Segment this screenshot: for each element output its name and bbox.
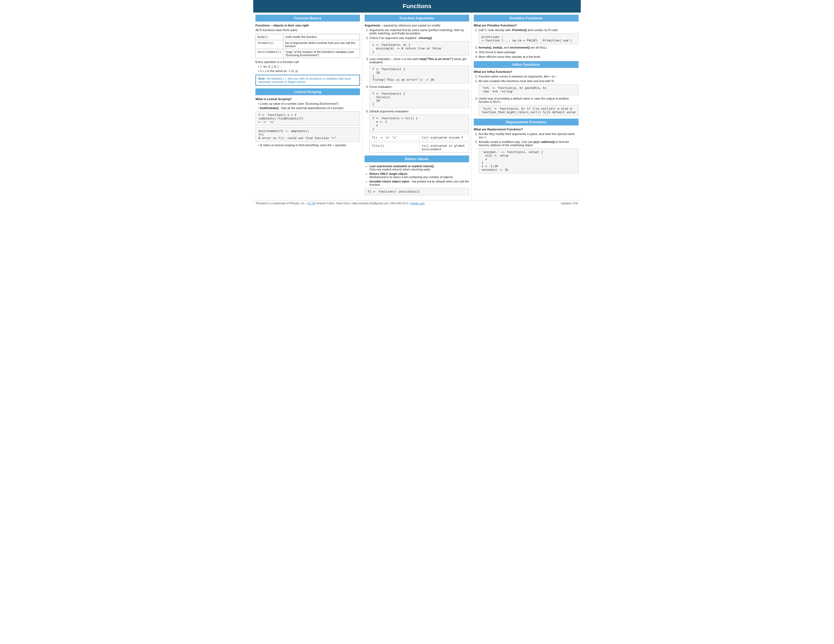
col-function-arguments: Function Arguments Arguments – passed by… bbox=[362, 13, 472, 200]
bullet-item: Looks up value of a symbol. (see "Enclos… bbox=[255, 102, 360, 105]
cc-by-link[interactable]: CC BY bbox=[307, 202, 316, 205]
list-item: Default arguments evaluation f <- functi… bbox=[370, 110, 469, 153]
influx-functions-section: Influx Functions What are Influx Functio… bbox=[474, 61, 579, 116]
eval-table: f() -> 'a' 'x' ls() evaluated inside f bbox=[370, 134, 469, 141]
bullet-item: x + y is the same as `+`(x, y) bbox=[255, 69, 360, 73]
func-name: formals() bbox=[256, 40, 283, 49]
func-desc: "map" of the location of the function's … bbox=[283, 49, 360, 58]
what-influx: What are Influx Functions? bbox=[474, 70, 579, 73]
col-function-basics: Function Basics Functions – objects in t… bbox=[253, 13, 362, 152]
arguments-list: Arguments are matched first by exact nam… bbox=[365, 28, 469, 153]
code-block: `%||%` <- function(a, b) if (!is.null(a)… bbox=[479, 105, 579, 116]
footer-note: R relies on lexical scoping to find ever… bbox=[255, 144, 360, 147]
influx-functions-header: Influx Functions bbox=[474, 61, 579, 68]
eval-table: f(ls()) ls() evaluated in global environ… bbox=[370, 142, 469, 153]
list-item: All user-created infix functions must st… bbox=[479, 79, 579, 95]
col-primitive-functions: Primitive Functions What are Primitive F… bbox=[472, 13, 581, 178]
table-row: environment() "map" of the location of t… bbox=[256, 49, 360, 58]
intro2: All R functions have three parts: bbox=[255, 28, 360, 32]
func-name: body() bbox=[256, 34, 283, 40]
table-row: formals() list of arguments which contro… bbox=[256, 40, 360, 49]
what-replacement: What are Replacement Functions? bbox=[474, 128, 579, 131]
code-block: f <- function(x) { force(x) 10 } bbox=[370, 90, 469, 108]
bullet-item: +, for, if, [, $, { … bbox=[255, 65, 360, 68]
code-block: f <- function() x + 1 codetools::findGlo… bbox=[255, 111, 360, 126]
code-block: environment(f) <- emptyenv() f() # error… bbox=[255, 128, 360, 142]
code-block: f <- function(x = ls()) { a <- 1 x } bbox=[370, 115, 469, 132]
list-item: Useful way of providing a default value … bbox=[479, 97, 579, 116]
bullet-item: findGlobals() - lists all the external d… bbox=[255, 107, 360, 110]
main-header: Functions bbox=[253, 0, 581, 13]
code-block: print(sum) : > function (..., na.rm = FA… bbox=[479, 33, 579, 44]
table-row: body() code inside the function bbox=[256, 34, 360, 40]
lexical-scoping-section: Lexical Scoping What is Lexical Scoping?… bbox=[255, 89, 360, 147]
eval-col2: ls() evaluated inside f bbox=[419, 134, 469, 141]
code-block: `second<-` <- function(x, value) { x[2] … bbox=[479, 148, 579, 173]
code-block: f1 <- function() invisible(1) bbox=[365, 188, 469, 195]
list-item: Lazy evaluation – since x is not used st… bbox=[370, 57, 469, 84]
ops-label: Every operation is a function call bbox=[255, 60, 360, 63]
list-item: Actually create a modified copy. Can use… bbox=[479, 140, 579, 173]
function-basics-section: Function Basics Functions – objects in t… bbox=[255, 15, 360, 86]
what-lexical: What is Lexical Scoping? bbox=[255, 97, 360, 101]
list-item: Arguments are matched first by exact nam… bbox=[370, 28, 469, 35]
primitive-list: Call C code directly with .Primitive() a… bbox=[474, 28, 579, 58]
function-parts-table: body() code inside the function formals(… bbox=[255, 34, 360, 58]
list-item: Act like they modify their arguments in … bbox=[479, 132, 579, 139]
list-item: Function name comes in between its argum… bbox=[479, 75, 579, 78]
eval-col1: f() -> 'a' 'x' bbox=[370, 134, 419, 141]
intro1: Functions – objects in their own right bbox=[255, 24, 360, 27]
note-box: Note: the backtick (`), lets you refer t… bbox=[255, 75, 360, 86]
list-item: Only found in base package bbox=[479, 50, 579, 54]
function-basics-header: Function Basics bbox=[255, 15, 360, 21]
return-values-list: Last expression evaluated or explicit re… bbox=[365, 165, 469, 186]
influx-list: Function name comes in between its argum… bbox=[474, 75, 579, 116]
code-block: i <- function(a, b) { missing(a) -> # re… bbox=[370, 41, 469, 56]
list-item: Invisible return object value - not prin… bbox=[370, 180, 469, 186]
page: Functions Function Basics Functions – ob… bbox=[253, 0, 581, 206]
replacement-list: Act like they modify their arguments in … bbox=[474, 132, 579, 173]
primitive-functions-header: Primitive Functions bbox=[474, 15, 579, 21]
page-title: Functions bbox=[402, 3, 431, 10]
footer: RStudio® is a trademark of RStudio, Inc.… bbox=[253, 200, 581, 206]
rstudio-link[interactable]: rstudio.com bbox=[411, 202, 425, 205]
func-name: environment() bbox=[256, 49, 283, 58]
list-item: Check if an argument was supplied : miss… bbox=[370, 36, 469, 56]
func-desc: code inside the function bbox=[283, 34, 360, 40]
list-item: formals(), body(), and environment() are… bbox=[479, 46, 579, 49]
what-primitive: What are Primitive Functions? bbox=[474, 24, 579, 27]
list-item: More efficient since they operate at a l… bbox=[479, 55, 579, 58]
columns: Function Basics Functions – objects in t… bbox=[253, 13, 581, 200]
return-values-header: Return Values bbox=[365, 155, 469, 162]
function-arguments-section: Function Arguments Arguments – passed by… bbox=[365, 15, 469, 153]
footer-left: RStudio® is a trademark of RStudio, Inc.… bbox=[256, 202, 425, 205]
function-arguments-header: Function Arguments bbox=[365, 15, 469, 21]
replacement-functions-section: Replacement Functions What are Replaceme… bbox=[474, 119, 579, 173]
primitive-functions-section: Primitive Functions What are Primitive F… bbox=[474, 15, 579, 58]
lexical-scoping-header: Lexical Scoping bbox=[255, 89, 360, 95]
list-item: Last expression evaluated or explicit re… bbox=[370, 165, 469, 171]
list-item: Return ONLY single object.Workaround is … bbox=[370, 172, 469, 179]
code-block: f <- function(x) { 10 } f(stop('This is … bbox=[370, 65, 469, 84]
code-block: `%+%` <- function(a, b) paste0(a, b) 'ne… bbox=[479, 84, 579, 95]
return-values-section: Return Values Last expression evaluated … bbox=[365, 155, 469, 195]
eval-col2: ls() evaluated in global environment bbox=[419, 143, 469, 152]
list-item: Call C code directly with .Primitive() a… bbox=[479, 28, 579, 44]
func-desc: list of arguments which controls how you… bbox=[283, 40, 360, 49]
replacement-functions-header: Replacement Functions bbox=[474, 119, 579, 126]
footer-right: Updated: 2/16 bbox=[561, 202, 578, 205]
eval-col1: f(ls()) bbox=[370, 143, 419, 152]
args-intro: Arguments – passed by reference and copi… bbox=[365, 24, 469, 27]
list-item: Force evaluation f <- function(x) { forc… bbox=[370, 85, 469, 108]
